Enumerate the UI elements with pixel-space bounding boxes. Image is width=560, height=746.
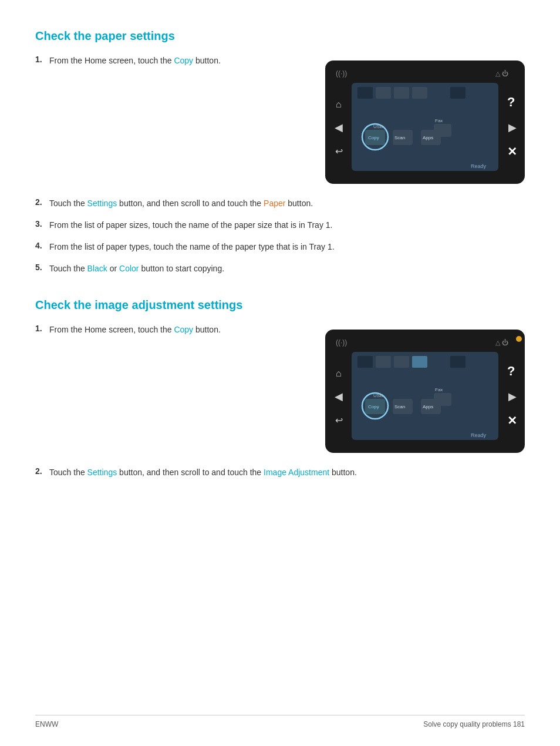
svg-text:Fax: Fax [435,118,443,123]
svg-text:USB: USB [373,124,383,129]
step4-number: 4. [35,241,49,250]
step2-link-settings[interactable]: Settings [87,199,117,208]
svg-rect-41 [450,356,465,368]
section1-steps: 1. From the Home screen, touch the Copy … [35,55,308,76]
step1-number: 1. [35,55,49,64]
svg-text:?: ? [507,95,515,109]
svg-text:△ ⏻: △ ⏻ [495,339,508,346]
step3-number: 3. [35,219,49,228]
page-footer: ENWW Solve copy quality problems 181 [35,715,525,728]
svg-text:Apps: Apps [423,135,433,140]
svg-text:?: ? [507,364,515,378]
svg-text:Copy: Copy [368,404,379,409]
svg-text:↩: ↩ [335,415,343,425]
printer-screen-1: ((·)) △ ⏻ ⌂ ◀ ↩ ? ▶ ✕ [325,61,525,186]
section1-heading: Check the paper settings [35,29,525,43]
svg-rect-39 [394,356,409,368]
step1-text-after: button. [193,56,221,65]
printer-svg-1: ((·)) △ ⏻ ⌂ ◀ ↩ ? ▶ ✕ [325,61,525,184]
svg-text:◀: ◀ [335,122,343,133]
svg-text:Scan: Scan [394,404,405,409]
step5-link-black[interactable]: Black [87,264,107,273]
svg-text:Ready: Ready [471,432,487,438]
svg-text:USB: USB [373,393,383,398]
svg-text:◀: ◀ [335,391,343,402]
svg-text:⌂: ⌂ [336,99,342,109]
step3-text: From the list of paper sizes, touch the … [49,219,525,231]
section2-content-row: 1. From the Home screen, touch the Copy … [35,324,525,455]
svg-text:Ready: Ready [471,163,487,169]
svg-text:▶: ▶ [508,122,517,133]
svg-rect-38 [376,356,391,368]
svg-text:▶: ▶ [508,391,517,402]
section-check-image: Check the image adjustment settings 1. F… [35,298,525,479]
step3-row: 3. From the list of paper sizes, touch t… [35,219,525,231]
step1-row: 1. From the Home screen, touch the Copy … [35,55,308,67]
svg-rect-24 [434,124,451,137]
svg-rect-37 [357,356,373,368]
svg-rect-40 [412,356,427,368]
section2-step2-number: 2. [35,466,49,476]
svg-rect-11 [376,87,391,99]
svg-text:((·)): ((·)) [336,338,347,347]
step4-text: From the list of paper types, touch the … [49,241,525,253]
section2-step1-text: From the Home screen, touch the Copy but… [49,324,308,336]
section2-step2-text: Touch the Settings button, and then scro… [49,466,525,479]
svg-text:Copy: Copy [368,135,379,140]
svg-rect-13 [412,87,427,99]
step2-number: 2. [35,197,49,207]
step5-number: 5. [35,263,49,272]
svg-text:Scan: Scan [394,135,405,140]
step4-row: 4. From the list of paper types, touch t… [35,241,525,253]
footer-right: Solve copy quality problems 181 [423,720,525,728]
svg-text:✕: ✕ [507,414,517,427]
section2-heading: Check the image adjustment settings [35,298,525,312]
step2-link-paper[interactable]: Paper [264,199,285,208]
section2-step1-row: 1. From the Home screen, touch the Copy … [35,324,308,336]
section2-step1-number: 1. [35,324,49,333]
svg-rect-14 [450,87,465,99]
step1-text: From the Home screen, touch the Copy but… [49,55,308,67]
section2-step2-link-image-adj[interactable]: Image Adjustment [264,468,329,477]
svg-rect-12 [394,87,409,99]
step5-text: Touch the Black or Color button to start… [49,263,525,275]
section-check-paper: Check the paper settings 1. From the Hom… [35,29,525,275]
step5-link-color[interactable]: Color [119,264,139,273]
section1-content-row: 1. From the Home screen, touch the Copy … [35,55,525,186]
printer-screen-2: ((·)) △ ⏻ ⌂ ◀ ↩ ? ▶ ✕ [325,330,525,455]
svg-rect-51 [434,393,451,406]
svg-text:Fax: Fax [435,387,443,392]
step2-text: Touch the Settings button, and then scro… [49,197,525,210]
step1-text-before: From the Home screen, touch the [49,56,174,65]
section2-steps: 1. From the Home screen, touch the Copy … [35,324,308,345]
svg-text:△ ⏻: △ ⏻ [495,70,508,77]
section2-step1-link-copy[interactable]: Copy [174,325,193,334]
printer-svg-2: ((·)) △ ⏻ ⌂ ◀ ↩ ? ▶ ✕ [325,330,525,453]
svg-text:↩: ↩ [335,146,343,156]
section2-step2-link-settings[interactable]: Settings [87,468,117,477]
step5-row: 5. Touch the Black or Color button to st… [35,263,525,275]
svg-text:✕: ✕ [507,145,517,158]
svg-text:Apps: Apps [423,404,433,409]
svg-point-29 [516,336,522,342]
svg-text:((·)): ((·)) [336,69,347,78]
section2-step2-row: 2. Touch the Settings button, and then s… [35,466,525,479]
step1-link-copy[interactable]: Copy [174,56,193,65]
svg-rect-10 [357,87,373,99]
svg-text:⌂: ⌂ [336,368,342,378]
step2-row: 2. Touch the Settings button, and then s… [35,197,525,210]
footer-left: ENWW [35,720,58,728]
